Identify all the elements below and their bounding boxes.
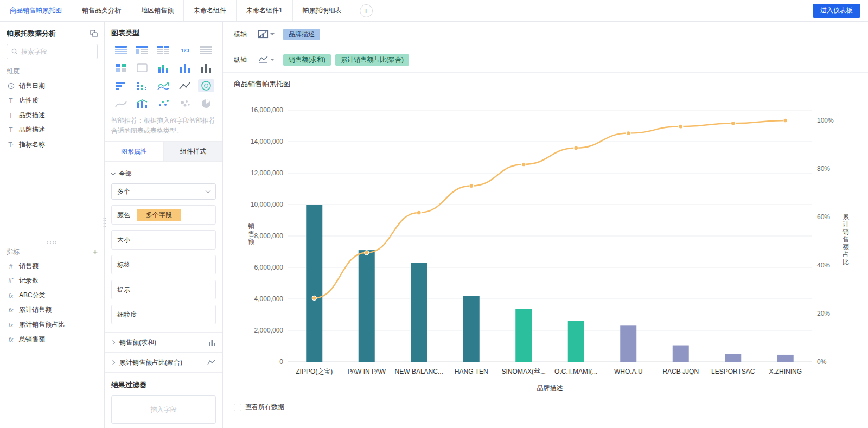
y-axis-shelf-label: 纵轴 — [234, 55, 252, 65]
aggregate-field-row[interactable]: 累计销售额占比(聚合) — [105, 353, 222, 373]
svg-text:123: 123 — [181, 48, 189, 53]
svg-text:WHO.A.U: WHO.A.U — [614, 368, 643, 375]
kpi-card-icon[interactable]: 123 — [177, 43, 193, 56]
topbar: 商品销售帕累托图销售品类分析地区销售额未命名组件未命名组件1帕累托明细表 + 进… — [0, 0, 868, 22]
view-tab[interactable]: 销售品类分析 — [72, 0, 131, 21]
dimension-list: 销售日期T店性质T品类描述T品牌描述T,指标名称 — [0, 79, 104, 152]
cross-table-icon[interactable] — [134, 43, 150, 56]
gray-table-icon[interactable] — [198, 43, 214, 56]
date-field-icon — [7, 82, 15, 90]
measures-section-label: 指标 — [7, 247, 20, 257]
field-item[interactable]: T,指标名称 — [0, 137, 104, 152]
color-field-tag[interactable]: 多个字段 — [137, 209, 181, 221]
line-chart-icon[interactable] — [155, 79, 171, 92]
aggregate-field-row[interactable]: 销售额(求和) — [105, 333, 222, 353]
color-prop-row[interactable]: 颜色 多个字段 — [111, 205, 216, 225]
sections-splitter-handle[interactable] — [0, 239, 104, 246]
field-item[interactable]: #销售额 — [0, 259, 104, 273]
panel-resize-handle[interactable] — [103, 217, 106, 229]
field-item[interactable]: fxABC分类 — [0, 288, 104, 303]
series-select[interactable]: 多个 — [111, 183, 216, 200]
field-item[interactable]: #*记录数 — [0, 273, 104, 288]
prop-row-label: 标签 — [117, 260, 130, 270]
prop-row[interactable]: 细粒度 — [111, 305, 216, 324]
prop-row[interactable]: 标签 — [111, 255, 216, 274]
grouped-table-icon[interactable] — [113, 43, 129, 56]
search-icon — [11, 48, 18, 55]
field-item[interactable]: T品牌描述 — [0, 123, 104, 137]
formula-field-icon: fx — [7, 307, 15, 314]
dataset-title: 帕累托数据分析 — [7, 29, 56, 39]
word-cloud-icon[interactable] — [177, 97, 193, 110]
chart-area: 02,000,0004,000,0006,000,0008,000,00010,… — [223, 95, 868, 399]
gridlines-and-ticks: 02,000,0004,000,0006,000,0008,000,00010,… — [251, 106, 834, 366]
graphic-properties-content: 全部 多个 颜色 多个字段 大小标签提示细粒度 — [105, 162, 222, 324]
axis-field-pill[interactable]: 销售额(求和) — [283, 54, 331, 66]
number-field-icon: # — [7, 263, 15, 270]
axis-field-pill[interactable]: 品牌描述 — [283, 29, 320, 40]
svg-text:X.ZHINING: X.ZHINING — [769, 368, 802, 375]
collapse-all-row[interactable]: 全部 — [111, 167, 216, 180]
view-tab[interactable]: 未命名组件 — [184, 0, 237, 21]
field-item[interactable]: T店性质 — [0, 93, 104, 108]
stacked-bar-chart-icon[interactable] — [155, 61, 171, 74]
view-tab[interactable]: 地区销售额 — [131, 0, 184, 21]
chevron-right-icon — [111, 360, 115, 365]
svg-text:0: 0 — [279, 358, 283, 366]
prop-row[interactable]: 大小 — [111, 230, 216, 250]
pie-chart-icon[interactable] — [198, 97, 214, 110]
view-all-data-checkbox[interactable] — [234, 404, 241, 411]
svg-text:80%: 80% — [817, 165, 830, 173]
scatter-chart-icon[interactable] — [155, 97, 171, 110]
horizontal-bar-chart-icon[interactable] — [113, 79, 129, 92]
axis-field-pill[interactable]: 累计销售额占比(聚合) — [335, 54, 409, 66]
add-measure-button[interactable]: + — [93, 248, 98, 257]
field-item[interactable]: fx累计销售额 — [0, 303, 104, 317]
field-label: 销售额 — [19, 261, 39, 271]
enter-dashboard-button[interactable]: 进入仪表板 — [813, 4, 860, 18]
view-tab[interactable]: 帕累托明细表 — [293, 0, 352, 21]
combo-chart-icon[interactable] — [134, 97, 150, 110]
color-block-icon[interactable] — [113, 61, 129, 74]
y-axis-pills: 销售额(求和)累计销售额占比(聚合) — [283, 54, 409, 66]
prop-tab[interactable]: 组件样式 — [163, 142, 222, 161]
curve-chart-icon[interactable] — [113, 97, 129, 110]
detail-table-icon[interactable] — [155, 43, 171, 56]
field-search-input[interactable] — [21, 48, 93, 55]
field-label: 指标名称 — [19, 140, 45, 149]
field-item[interactable]: 销售日期 — [0, 79, 104, 93]
radar-chart-icon[interactable] — [198, 79, 214, 92]
slope-line-chart-icon[interactable] — [177, 79, 193, 92]
left-axis-title: 销售额 — [247, 222, 254, 245]
svg-text:ZIPPO(之宝): ZIPPO(之宝) — [296, 368, 333, 375]
field-item[interactable]: fx累计销售额占比 — [0, 317, 104, 332]
y-axis-type-selector[interactable] — [258, 55, 275, 64]
x-axis-type-selector[interactable] — [258, 30, 275, 39]
sales-bars[interactable] — [306, 205, 794, 362]
result-filter-label: 结果过滤器 — [105, 373, 222, 395]
field-search-box[interactable] — [7, 44, 98, 59]
view-tab[interactable]: 未命名组件1 — [237, 0, 293, 21]
field-item[interactable]: fx总销售额 — [0, 332, 104, 347]
prop-row[interactable]: 提示 — [111, 280, 216, 299]
prop-tab[interactable]: 图形属性 — [105, 142, 163, 161]
svg-text:40%: 40% — [817, 261, 830, 269]
formula-field-icon: fx — [7, 292, 15, 299]
placeholder-square-icon[interactable] — [134, 61, 150, 74]
prop-row-label: 提示 — [117, 285, 130, 295]
view-tab[interactable]: 商品销售帕累托图 — [0, 0, 72, 21]
svg-text:0%: 0% — [817, 358, 827, 366]
all-label: 全部 — [119, 169, 132, 178]
cumulative-line[interactable] — [312, 118, 788, 301]
filter-drop-zone[interactable]: 拖入字段 — [111, 395, 216, 424]
field-item[interactable]: T品类描述 — [0, 108, 104, 123]
switch-dataset-icon[interactable] — [90, 30, 98, 37]
add-component-tab-button[interactable]: + — [360, 4, 373, 17]
svg-text:2,000,000: 2,000,000 — [254, 327, 284, 334]
canvas-area: 横轴 品牌描述 纵轴 销售额(求和)累计销售额占比(聚合) 商品销售帕累托图 0… — [223, 22, 868, 428]
dot-bar-chart-icon[interactable] — [134, 79, 150, 92]
prop-tabs: 图形属性组件样式 — [105, 141, 222, 162]
dark-bar-chart-icon[interactable] — [198, 61, 214, 74]
bar-chart-icon[interactable] — [177, 61, 193, 74]
field-panel-spacer — [0, 152, 104, 239]
